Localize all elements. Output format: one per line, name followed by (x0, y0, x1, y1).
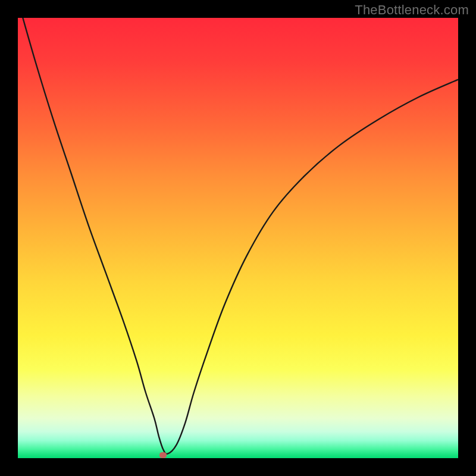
chart-frame: TheBottleneck.com (0, 0, 476, 476)
watermark-text: TheBottleneck.com (355, 2, 469, 18)
bottleneck-curve-path (18, 18, 458, 454)
minimum-marker (159, 452, 167, 458)
plot-area (18, 18, 458, 458)
curve-svg (18, 18, 458, 458)
